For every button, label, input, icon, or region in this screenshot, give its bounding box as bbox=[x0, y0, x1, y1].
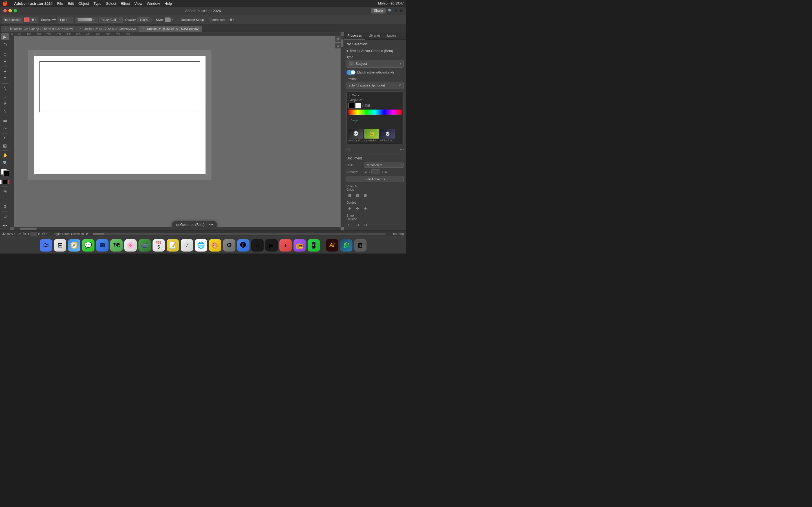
opacity-more-icon[interactable]: › bbox=[151, 18, 152, 21]
symbol2-btn[interactable]: ⊗ bbox=[1, 203, 9, 210]
snap-icon-1[interactable]: ⊏ bbox=[347, 222, 353, 228]
grid-icon[interactable]: ⊞ bbox=[395, 9, 397, 13]
artboard-input[interactable] bbox=[371, 169, 380, 174]
dock-illustrator[interactable]: Ai bbox=[326, 239, 338, 251]
vscroll-thumb[interactable] bbox=[341, 39, 343, 47]
edit-menu[interactable]: Edit bbox=[65, 0, 76, 7]
dock-app-store[interactable]: 🅐 bbox=[237, 239, 250, 251]
hscroll-thumb[interactable] bbox=[20, 228, 37, 230]
dock-podcasts[interactable]: 📻 bbox=[294, 239, 306, 251]
tab-close-2[interactable]: ✕ bbox=[142, 27, 146, 31]
zoom-dropdown-icon[interactable]: ▾ bbox=[14, 232, 15, 235]
window-menu[interactable]: Window bbox=[145, 0, 162, 7]
group-btn[interactable]: ⊞ bbox=[1, 213, 9, 220]
file-menu[interactable]: File bbox=[55, 0, 65, 7]
no-selection-dropdown[interactable]: No Selection bbox=[2, 17, 23, 23]
dock-spotify[interactable]: ♫ bbox=[251, 239, 264, 251]
tab-2[interactable]: ✕ Untitled-3* @ 32.75 % (RGB/Preview) bbox=[139, 25, 202, 32]
canvas-scroll[interactable]: ⊡ Generate (Beta) ••• bbox=[14, 36, 344, 230]
dock-miro[interactable]: 🎨 bbox=[209, 239, 221, 251]
expand-icon[interactable]: ⊞ bbox=[335, 43, 341, 48]
transform-btn[interactable]: ⤡ bbox=[1, 108, 9, 115]
statusbar-scroll[interactable] bbox=[93, 233, 387, 235]
paint-btn[interactable]: ⊛ bbox=[1, 100, 9, 107]
dock-photos[interactable]: 🌸 bbox=[124, 239, 137, 251]
page-prev-btn[interactable]: ◀ bbox=[27, 232, 29, 235]
dock-trash[interactable]: 🗑 bbox=[354, 239, 366, 251]
panel-menu-icon[interactable]: ☰ bbox=[400, 32, 406, 40]
type-menu[interactable]: Type bbox=[91, 0, 103, 7]
thumb-1[interactable]: 🐸 Cute baby dr... bbox=[364, 129, 379, 142]
object-menu[interactable]: Object bbox=[76, 0, 91, 7]
apple-menu[interactable]: 🍎 bbox=[2, 1, 8, 6]
touch-call-dropdown[interactable]: Touch Call _ ▾ bbox=[99, 17, 123, 23]
dock-launchpad[interactable]: ⊞ bbox=[54, 239, 66, 251]
dock-chrome[interactable]: 🌐 bbox=[195, 239, 207, 251]
ruler-icon[interactable]: ⊞ bbox=[347, 192, 353, 199]
zoom-value[interactable]: 32.75% bbox=[2, 232, 13, 235]
artboard-next2-btn[interactable]: › bbox=[382, 170, 384, 174]
zoom-btn[interactable]: 🔍 bbox=[1, 159, 9, 166]
dock-mail[interactable]: ✉ bbox=[96, 239, 109, 251]
generate-button[interactable]: ⊡ Generate (Beta) bbox=[176, 223, 204, 227]
color-panel-x-icon[interactable]: ✕ bbox=[349, 94, 351, 97]
thumb-0[interactable]: 💀 Black and whi... bbox=[349, 129, 363, 142]
tab-libraries[interactable]: Libraries bbox=[365, 32, 384, 40]
tab-properties[interactable]: Properties bbox=[344, 32, 365, 40]
thumb-2[interactable]: 💀 Minimal skull... bbox=[380, 129, 395, 142]
dock-facetime[interactable]: 📹 bbox=[139, 239, 151, 251]
dock-maps[interactable]: 🗺 bbox=[110, 239, 123, 251]
dock-apple-tv[interactable]: ▶ bbox=[265, 239, 278, 251]
view-menu[interactable]: View bbox=[132, 0, 145, 7]
text-to-vector-header[interactable]: ▾ Text to Vector Graphic (Beta) bbox=[347, 49, 404, 53]
tab-0[interactable]: ✕ Himanshi- CV 3.ai* @ 12.58 % (RGB/Prev… bbox=[1, 25, 75, 32]
match-style-toggle[interactable] bbox=[347, 70, 356, 75]
warp-btn[interactable]: 〜 bbox=[1, 125, 9, 132]
tab-layers[interactable]: Layers bbox=[384, 32, 400, 40]
share-button[interactable]: Share bbox=[371, 8, 386, 13]
dock-calendar[interactable]: FEB5 bbox=[153, 239, 165, 251]
page-dropdown-icon[interactable]: ▾ bbox=[46, 232, 48, 235]
edit-artboards-button[interactable]: Edit Artboards bbox=[347, 176, 404, 182]
dock-safari[interactable]: 🧭 bbox=[68, 239, 80, 251]
units-dropdown[interactable]: Centimeters ▾ bbox=[364, 163, 404, 168]
grid-icon2[interactable]: ⊟ bbox=[354, 192, 361, 199]
canvas-area[interactable]: 050100150200250300350400450500550600 bbox=[10, 32, 344, 230]
stroke-square[interactable] bbox=[3, 180, 7, 184]
search-icon[interactable]: 🔍 bbox=[388, 9, 392, 13]
opacity-input[interactable] bbox=[137, 17, 150, 22]
effect-menu[interactable]: Effect bbox=[118, 0, 132, 7]
rotate-btn[interactable]: ↻ bbox=[1, 135, 9, 142]
fill-square[interactable] bbox=[0, 180, 2, 184]
dock-reminders[interactable]: ☑ bbox=[181, 239, 193, 251]
dock-notes[interactable]: 📝 bbox=[167, 239, 179, 251]
generate-more-icon[interactable]: ••• bbox=[209, 223, 213, 227]
help-menu[interactable]: Help bbox=[162, 0, 174, 7]
selection-tool-btn[interactable]: ▶ bbox=[1, 33, 9, 40]
adjust-icon[interactable]: ⊕ bbox=[335, 36, 341, 42]
fullscreen-button[interactable] bbox=[13, 9, 17, 12]
pen-btn[interactable]: ✒ bbox=[1, 68, 9, 75]
dock-messages[interactable]: 💬 bbox=[82, 239, 94, 251]
guide-icon-2[interactable]: ⊖ bbox=[354, 205, 361, 212]
prompt-input-container[interactable]: colorful space ship, rocket ✕ bbox=[347, 82, 404, 89]
preferences-button[interactable]: Preferences bbox=[207, 17, 227, 23]
color-gradient[interactable] bbox=[349, 110, 402, 115]
horizontal-scrollbar[interactable] bbox=[14, 227, 341, 230]
statusbar-scroll-thumb[interactable] bbox=[93, 233, 104, 235]
prompt-clear-icon[interactable]: ✕ bbox=[398, 83, 401, 87]
fill-color-swatch[interactable] bbox=[24, 17, 29, 22]
dock-finder[interactable]: 🗂 bbox=[40, 239, 52, 251]
symbol-btn[interactable]: ◎ bbox=[1, 188, 9, 195]
hand-btn[interactable]: ✋ bbox=[1, 152, 9, 159]
page-last-btn[interactable]: ▶| bbox=[42, 232, 45, 235]
guide-icon-1[interactable]: ⊕ bbox=[347, 205, 353, 212]
dots-icon[interactable]: ⊠ bbox=[362, 192, 368, 199]
more-tools-btn[interactable]: ⊙ bbox=[1, 195, 9, 203]
artboard-options[interactable]: ⊞ ▾ bbox=[228, 16, 236, 23]
tab-close-1[interactable]: ✕ bbox=[79, 27, 82, 31]
more-icon[interactable]: ••• bbox=[400, 148, 404, 152]
fill-options[interactable]: ▣ ▾ bbox=[29, 17, 38, 23]
info-icon[interactable]: ⓘ bbox=[347, 147, 350, 152]
select-menu[interactable]: Select bbox=[104, 0, 118, 7]
